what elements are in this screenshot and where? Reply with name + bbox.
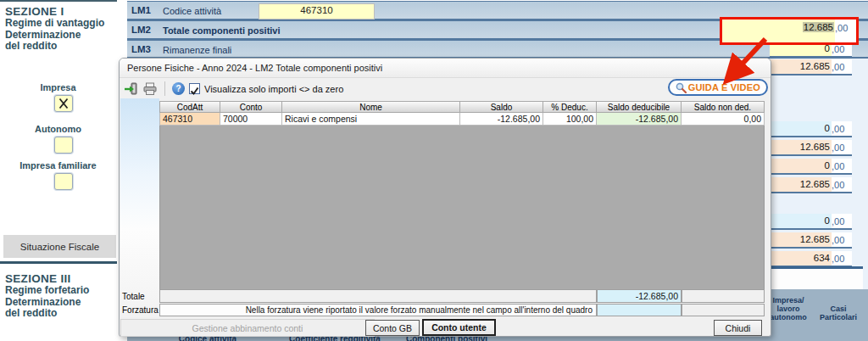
column-header: % Deduc. xyxy=(543,101,597,113)
column-header: Saldo non ded. xyxy=(682,101,765,113)
codice-attivita-field[interactable]: 467310 xyxy=(259,3,375,20)
section1-heading: SEZIONE I Regime di vantaggio Determinaz… xyxy=(5,5,104,53)
value-decimal: ,00 xyxy=(832,214,852,228)
column-header: Nome xyxy=(282,101,460,113)
situazione-fiscale-button[interactable]: Situazione Fiscale xyxy=(3,235,116,258)
filter-checkbox[interactable] xyxy=(189,83,200,94)
forzatura-label: Forzatura xyxy=(122,305,159,315)
row-code: LM2 xyxy=(131,25,151,35)
value-integer: 0 xyxy=(770,214,832,228)
value-integer: 12.685 xyxy=(770,140,832,154)
filter-checkbox-label: Visualizza solo importi <> da zero xyxy=(204,84,343,94)
x-mark-icon xyxy=(55,96,72,111)
table-cell: -12.685,00 xyxy=(460,113,543,126)
lm2-detail-dialog: Persone Fisiche - Anno 2024 - LM2 Totale… xyxy=(119,58,771,337)
value-decimal: ,00 xyxy=(832,140,852,154)
row-label: Totale componenti positivi xyxy=(163,25,281,36)
form-value-field[interactable]: 0,00 xyxy=(770,159,852,175)
help-icon[interactable]: ? xyxy=(172,82,185,95)
section-title: SEZIONE III xyxy=(5,272,89,285)
form-value-field[interactable]: 12.685,00 xyxy=(770,177,852,193)
checkbox-impresa[interactable] xyxy=(54,95,73,112)
dialog-left-margin xyxy=(120,98,159,317)
value-integer: 0 xyxy=(770,159,832,173)
value-decimal: ,00 xyxy=(832,177,852,192)
table-empty-area xyxy=(159,126,765,289)
gestione-abbinamento-conti-button[interactable]: Gestione abbinamento conti xyxy=(120,319,375,337)
totale-label: Totale xyxy=(122,292,145,301)
column-header: Saldo deducibile xyxy=(597,101,682,113)
totale-trailing-cell xyxy=(682,289,765,303)
conto-gb-button[interactable]: Conto GB xyxy=(365,320,420,336)
form-value-field[interactable]: 12.685,00 xyxy=(770,140,852,156)
checkbox-autonomo[interactable] xyxy=(54,137,73,154)
value-integer: 0 xyxy=(770,121,832,136)
value-integer: 634 xyxy=(770,251,832,266)
value-integer: 12.685 xyxy=(770,177,832,192)
app-screen: LM1 Codice attività 467310 LM2 Totale co… xyxy=(0,0,868,341)
table-cell: Ricavi e compensi xyxy=(282,113,460,126)
checkbox-label-impresa: Impresa xyxy=(0,82,116,92)
check-icon xyxy=(190,87,199,96)
toolbar-separator xyxy=(164,81,165,96)
checkbox-label-autonomo: Autonomo xyxy=(0,124,116,134)
selected-value: 12.685 xyxy=(803,22,834,32)
value-decimal: ,00 xyxy=(832,251,852,266)
totale-value-cell: -12.685,00 xyxy=(597,289,682,303)
checkbox-impresa-familiare[interactable] xyxy=(54,173,73,190)
section-title: SEZIONE I xyxy=(5,5,104,18)
table-body: 46731070000Ricavi e compensi-12.685,0010… xyxy=(159,113,765,126)
empty-value-row xyxy=(768,266,863,291)
form-value-field[interactable]: 12.685,00 xyxy=(770,232,852,249)
row-label: Rimanenze finali xyxy=(163,45,231,55)
checkbox-label-impresa-familiare: Impresa familiare xyxy=(0,160,116,170)
magnifier-icon xyxy=(676,82,687,93)
column-header-casi-particolari: Casi Particolari xyxy=(811,305,865,321)
print-icon[interactable] xyxy=(142,82,158,96)
conto-utente-button[interactable]: Conto utente xyxy=(422,319,496,336)
value-decimal: ,00 xyxy=(832,121,852,136)
totale-empty-cell xyxy=(159,289,597,303)
forzatura-value-cell[interactable] xyxy=(597,304,682,316)
table-cell: 0,00 xyxy=(682,113,765,126)
value-decimal: ,00 xyxy=(832,59,852,74)
table-cell: -12.685,00 xyxy=(597,113,682,126)
table-cell: 100,00 xyxy=(543,113,597,126)
row-label: Codice attività xyxy=(163,6,221,16)
chiudi-button[interactable]: Chiudi xyxy=(714,320,762,336)
form-value-field[interactable]: 634,00 xyxy=(770,251,852,267)
table-header-row: CodAtt Conto Nome Saldo % Deduc. Saldo d… xyxy=(159,101,765,113)
section-divider xyxy=(0,261,117,264)
export-icon[interactable] xyxy=(124,82,138,96)
table-cell: 70000 xyxy=(220,113,282,126)
column-header: Conto xyxy=(220,101,282,113)
forzatura-trailing-cell xyxy=(682,304,765,316)
form-value-field[interactable]: 0,00 xyxy=(770,121,852,137)
table-row[interactable]: 46731070000Ricavi e compensi-12.685,0010… xyxy=(159,113,765,126)
sidebar-divider xyxy=(0,0,117,2)
forzatura-note: Nella forzatura viene riportato il valor… xyxy=(159,304,597,316)
column-header: CodAtt xyxy=(159,101,220,113)
row-code: LM1 xyxy=(131,5,151,15)
row-code: LM3 xyxy=(131,44,151,54)
value-decimal: ,00 xyxy=(832,159,852,173)
table-cell: 467310 xyxy=(159,113,220,126)
value-decimal: ,00 xyxy=(835,20,856,42)
dialog-title: Persone Fisiche - Anno 2024 - LM2 Totale… xyxy=(120,59,771,78)
value-integer: 12.685 xyxy=(770,232,832,247)
form-value-field[interactable]: 12.685,00 xyxy=(770,59,852,75)
section3-heading: SEZIONE III Regime forfetario Determinaz… xyxy=(5,272,89,320)
annotation-arrow xyxy=(712,36,780,90)
column-header: Saldo xyxy=(460,101,543,113)
form-value-field[interactable]: 0,00 xyxy=(770,214,852,230)
value-decimal: ,00 xyxy=(832,232,852,247)
